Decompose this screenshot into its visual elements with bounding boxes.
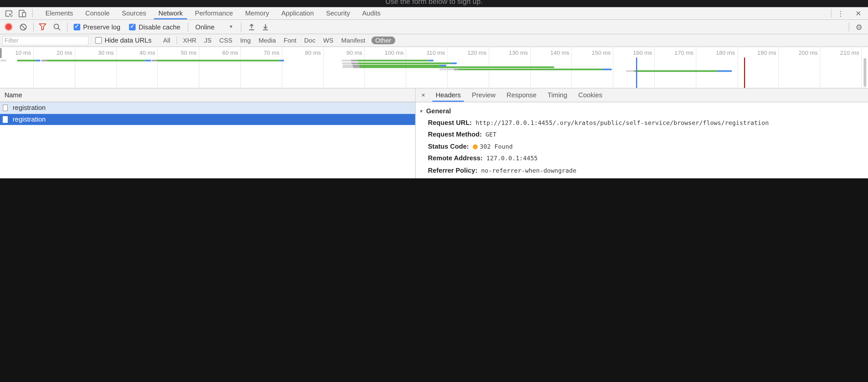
name-column-label: Name [4, 91, 22, 99]
filter-type-all[interactable]: All [161, 36, 172, 44]
header-name: Status Code: [428, 142, 469, 150]
tab-network[interactable]: Network [152, 7, 189, 20]
waterfall-bar-segment [636, 70, 717, 72]
timeline-gridline [820, 47, 820, 88]
tab-memory[interactable]: Memory [239, 7, 275, 20]
record-network-log-button[interactable] [5, 24, 11, 30]
device-toolbar-button[interactable] [18, 9, 27, 18]
filter-toggle-button[interactable] [39, 23, 46, 30]
waterfall-bar-segment [35, 60, 40, 61]
close-details-icon[interactable]: × [416, 91, 430, 99]
export-har-button[interactable] [262, 23, 269, 31]
import-har-button[interactable] [248, 23, 255, 31]
device-toolbar-icon [18, 9, 26, 17]
filter-type-css[interactable]: CSS [218, 36, 234, 44]
details-tab-timing[interactable]: Timing [542, 89, 573, 102]
close-devtools-icon[interactable]: ✕ [850, 10, 867, 17]
more-options-icon[interactable]: ⋮ [832, 10, 850, 17]
filter-type-doc[interactable]: Doc [303, 36, 317, 44]
waterfall-bar-segment [41, 60, 47, 61]
disclosure-triangle-icon[interactable]: ▼ [419, 109, 424, 114]
hide-data-urls-label: Hide data URLs [104, 36, 152, 44]
timeline-tick-label: 190 ms [743, 49, 777, 56]
waterfall-bar-segment [602, 68, 612, 70]
filter-type-xhr[interactable]: XHR [181, 36, 198, 44]
waterfall-bar-segment [280, 60, 284, 61]
disable-cache-checkbox[interactable] [129, 24, 136, 30]
hide-data-urls-checkbox[interactable] [95, 37, 102, 44]
network-main-area: Name registrationregistration × HeadersP… [0, 89, 868, 178]
requests-table: Name registrationregistration [0, 89, 415, 178]
waterfall-bar-segment [1, 60, 6, 61]
tab-sources[interactable]: Sources [116, 7, 152, 20]
settings-gear-icon[interactable]: ⚙ [856, 23, 863, 31]
network-filter-bar: Hide data URLs AllXHRJSCSSImgMediaFontDo… [0, 34, 868, 47]
details-tab-response[interactable]: Response [501, 89, 542, 102]
filter-type-ws[interactable]: WS [322, 36, 335, 44]
name-column-header[interactable]: Name [0, 89, 415, 102]
waterfall-bar-segment [351, 62, 358, 64]
waterfall-bar-segment [342, 62, 351, 64]
divider [188, 23, 188, 31]
timeline-tick-label: 30 ms [81, 49, 114, 56]
load-marker [744, 58, 745, 89]
search-button[interactable] [53, 23, 61, 31]
waterfall-bar-segment [47, 60, 145, 61]
timeline-gridline [199, 47, 199, 88]
disable-cache-control[interactable]: Disable cache [129, 23, 180, 31]
filter-type-media[interactable]: Media [257, 36, 277, 44]
request-row[interactable]: registration [0, 113, 415, 125]
timeline-tick-label: 120 ms [454, 49, 487, 56]
timeline-gridline [157, 47, 158, 88]
waterfall-bar-segment [451, 62, 457, 64]
network-overview-timeline[interactable]: 10 ms20 ms30 ms40 ms50 ms60 ms70 ms80 ms… [0, 47, 868, 89]
chevron-down-icon: ▼ [229, 24, 233, 29]
filter-type-other[interactable]: Other [371, 36, 395, 44]
timeline-tick-label: 90 ms [329, 49, 363, 56]
tab-audits[interactable]: Audits [356, 7, 387, 20]
waterfall-bar-segment [157, 60, 280, 61]
tab-security[interactable]: Security [320, 7, 356, 20]
details-tab-preview[interactable]: Preview [466, 89, 501, 102]
section-title-row[interactable]: ▼General [416, 106, 868, 117]
header-value: http://127.0.0.1:4455/.ory/kratos/public… [475, 119, 769, 127]
waterfall-bar-segment [343, 65, 352, 66]
filter-type-img[interactable]: Img [239, 36, 252, 44]
import-har-icon [248, 23, 255, 31]
clear-network-log-button[interactable] [20, 23, 27, 31]
inspect-element-button[interactable] [4, 9, 13, 18]
filter-input[interactable] [2, 36, 89, 45]
hide-data-urls-control[interactable]: Hide data URLs [95, 36, 152, 44]
request-row[interactable]: registration [0, 102, 415, 113]
preserve-log-control[interactable]: Preserve log [74, 23, 120, 31]
request-rows: registrationregistration [0, 102, 415, 125]
header-row: Referrer Policy: no-referrer-when-downgr… [416, 165, 868, 177]
headers-section: ▼GeneralRequest URL: http://127.0.0.1:44… [416, 106, 868, 178]
waterfall-bar-segment [352, 65, 359, 66]
tab-performance[interactable]: Performance [189, 7, 239, 20]
preserve-log-checkbox[interactable] [74, 24, 80, 30]
tab-elements[interactable]: Elements [39, 7, 79, 20]
clear-icon [20, 23, 27, 31]
filter-type-font[interactable]: Font [282, 36, 298, 44]
filter-type-manifest[interactable]: Manifest [339, 36, 367, 44]
timeline-gridline [116, 47, 117, 88]
search-icon [53, 23, 61, 31]
filter-type-js[interactable]: JS [203, 36, 213, 44]
waterfall-bar-segment [358, 62, 451, 64]
export-har-icon [262, 23, 269, 31]
waterfall-bar-segment [17, 60, 35, 61]
details-tab-headers[interactable]: Headers [430, 89, 466, 102]
details-tab-cookies[interactable]: Cookies [573, 89, 608, 102]
request-name: registration [13, 115, 45, 123]
tab-console[interactable]: Console [79, 7, 116, 20]
divider [32, 9, 33, 18]
browser-window: Use the form below to sign up. ElementsC… [0, 0, 868, 178]
document-icon [3, 105, 8, 111]
tab-application[interactable]: Application [275, 7, 320, 20]
divider [177, 36, 177, 44]
header-row: Request URL: http://127.0.0.1:4455/.ory/… [416, 117, 868, 129]
domcontentloaded-marker [636, 58, 637, 89]
network-throttling-select[interactable]: Online ▼ [195, 23, 233, 31]
timeline-scrollbar-thumb[interactable] [864, 58, 866, 87]
